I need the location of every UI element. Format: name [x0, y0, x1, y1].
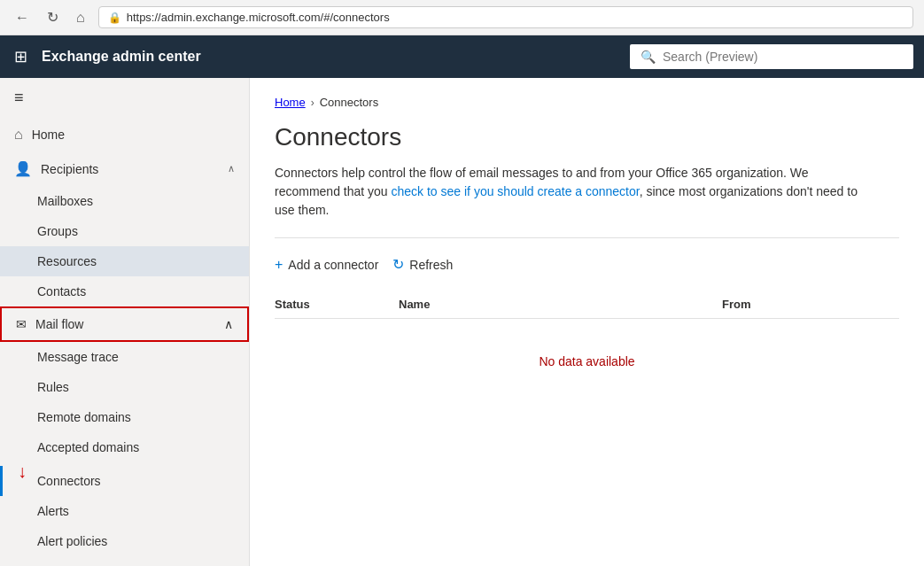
sidebar-hamburger[interactable]: ≡	[0, 78, 249, 118]
refresh-label: Refresh	[409, 258, 453, 272]
home-button[interactable]: ⌂	[72, 8, 89, 27]
sidebar-item-home-label: Home	[32, 128, 235, 142]
contacts-label: Contacts	[37, 284, 86, 299]
refresh-icon: ↻	[392, 256, 404, 273]
table-container: Status Name From No data available	[275, 291, 899, 404]
browser-chrome: ← ↻ ⌂ 🔒 https://admin.exchange.microsoft…	[0, 0, 924, 35]
message-trace-label: Message trace	[37, 350, 119, 364]
recipients-chevron: ∧	[228, 163, 235, 174]
col-header-from: From	[722, 298, 899, 311]
sidebar-item-alert-policies[interactable]: Alert policies	[0, 526, 249, 556]
sidebar-item-rules[interactable]: Rules	[0, 372, 249, 402]
col-header-status: Status	[275, 298, 399, 311]
home-icon: ⌂	[14, 127, 23, 143]
search-input[interactable]	[663, 50, 903, 64]
app-grid-icon[interactable]: ⊞	[11, 43, 31, 70]
content-divider	[275, 237, 899, 238]
sidebar-item-contacts[interactable]: Contacts	[0, 276, 249, 306]
breadcrumb-home[interactable]: Home	[275, 96, 306, 109]
breadcrumb: Home › Connectors	[275, 96, 899, 109]
breadcrumb-current: Connectors	[320, 96, 378, 109]
refresh-button[interactable]: ↻	[43, 7, 63, 27]
search-bar[interactable]: 🔍	[630, 44, 913, 69]
check-connector-link[interactable]: check to see if you should create a conn…	[392, 184, 640, 198]
sidebar-item-groups[interactable]: Groups	[0, 216, 249, 246]
url-bar[interactable]: 🔒 https://admin.exchange.microsoft.com/#…	[98, 6, 913, 28]
remote-domains-label: Remote domains	[37, 410, 131, 424]
accepted-domains-label: Accepted domains	[37, 440, 139, 454]
recipients-icon: 👤	[14, 160, 32, 177]
resources-label: Resources	[37, 254, 97, 268]
sidebar-item-connectors[interactable]: Connectors	[0, 466, 249, 496]
sidebar-item-message-trace[interactable]: Message trace	[0, 342, 249, 372]
refresh-button-toolbar[interactable]: ↻ Refresh	[392, 252, 453, 276]
url-text: https://admin.exchange.microsoft.com/#/c…	[127, 11, 390, 24]
sidebar-item-home[interactable]: ⌂ Home	[0, 118, 249, 151]
sidebar-item-mailflow-label: Mail flow	[35, 317, 215, 331]
sidebar-item-accepted-domains[interactable]: Accepted domains ↓	[0, 432, 249, 462]
sidebar: ≡ ⌂ Home 👤 Recipients ∧ Mailboxes Groups…	[0, 78, 250, 566]
toolbar: + Add a connector ↻ Refresh	[275, 252, 899, 276]
alert-policies-label: Alert policies	[37, 534, 107, 548]
layout: ≡ ⌂ Home 👤 Recipients ∧ Mailboxes Groups…	[0, 78, 924, 566]
table-header: Status Name From	[275, 291, 899, 319]
red-arrow-icon: ↓	[18, 461, 27, 482]
app-title: Exchange admin center	[42, 49, 201, 65]
col-header-name: Name	[399, 298, 722, 311]
no-data-message: No data available	[275, 319, 899, 404]
page-description: Connectors help control the flow of emai…	[275, 164, 877, 220]
connectors-label: Connectors	[37, 474, 101, 488]
mailflow-chevron: ∧	[224, 317, 233, 331]
top-nav: ⊞ Exchange admin center 🔍	[0, 35, 924, 78]
sidebar-item-alerts[interactable]: Alerts	[0, 496, 249, 526]
sidebar-item-resources[interactable]: Resources	[0, 246, 249, 276]
sidebar-item-mailboxes[interactable]: Mailboxes	[0, 186, 249, 216]
groups-label: Groups	[37, 224, 78, 238]
sidebar-item-mailflow[interactable]: ✉ Mail flow ∧	[0, 306, 249, 342]
sidebar-item-recipients-label: Recipients	[41, 162, 219, 176]
alerts-label: Alerts	[37, 504, 69, 518]
add-icon: +	[275, 257, 283, 273]
mailboxes-label: Mailboxes	[37, 194, 93, 208]
sidebar-item-remote-domains[interactable]: Remote domains	[0, 402, 249, 432]
add-connector-label: Add a connector	[288, 258, 378, 272]
page-title: Connectors	[275, 123, 899, 151]
mailflow-icon: ✉	[16, 317, 27, 331]
back-button[interactable]: ←	[11, 8, 34, 27]
search-icon: 🔍	[641, 50, 656, 64]
sidebar-item-recipients[interactable]: 👤 Recipients ∧	[0, 151, 249, 186]
add-connector-button[interactable]: + Add a connector	[275, 253, 378, 276]
rules-label: Rules	[37, 380, 69, 394]
main-content: Home › Connectors Connectors Connectors …	[250, 78, 924, 566]
lock-icon: 🔒	[108, 12, 121, 24]
breadcrumb-sep: ›	[311, 97, 314, 109]
